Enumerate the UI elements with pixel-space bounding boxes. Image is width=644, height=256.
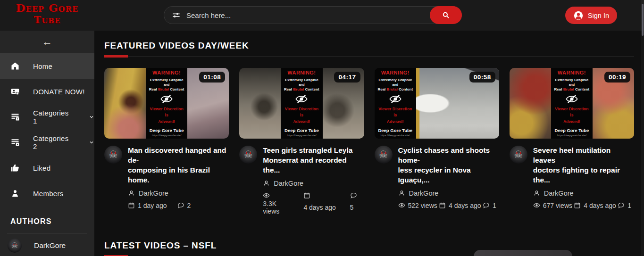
skull-avatar[interactable]: ☠ — [239, 146, 257, 164]
scrollbar-thumb[interactable] — [642, 4, 644, 36]
site-logo[interactable]: Deep Gore Tube — [0, 2, 94, 25]
thumbnail-scene-left — [510, 68, 551, 139]
thumbnail-scene-left — [104, 68, 146, 139]
logo-line2: Tube — [0, 14, 94, 25]
sidebar-item-categories-2[interactable]: Categories 2 — [0, 130, 94, 155]
sidebar-item-liked[interactable]: Liked — [0, 155, 94, 181]
warning-overlay: WARNING! Extremely Graphic and Real Brut… — [551, 68, 593, 139]
video-title[interactable]: Man discovered hanged and de- composing … — [128, 146, 229, 185]
calendar-icon — [439, 202, 446, 209]
video-meta: 522 views 4 days ago — [398, 202, 499, 209]
main-content: FEATURED VIDEOS DAY/WEEK WARNING! Extrem… — [94, 31, 641, 256]
comment-icon — [177, 202, 184, 209]
author-icon — [398, 190, 405, 197]
video-date: 4 days ago — [303, 192, 336, 215]
video-thumbnail[interactable]: WARNING! Extremely Graphic and Real Brut… — [375, 68, 499, 139]
author-icon — [533, 190, 540, 197]
collapse-sidebar-button[interactable]: ← — [0, 31, 94, 53]
eye-slash-icon — [565, 94, 578, 104]
featured-section-title: FEATURED VIDEOS DAY/WEEK — [104, 41, 634, 51]
warning-overlay: WARNING! Extremely Graphic and Real Brut… — [146, 68, 188, 139]
sidebar-author-darkgore[interactable]: ☠ DarkGore — [0, 239, 94, 253]
filter-icon[interactable] — [172, 11, 181, 20]
video-comments: 1 — [618, 202, 631, 209]
video-title[interactable]: Cyclist chases and shoots home- less rec… — [398, 146, 499, 185]
thumbs-up-icon — [10, 163, 20, 173]
skull-avatar[interactable]: ☠ — [104, 146, 122, 164]
video-thumbnail[interactable]: WARNING! Extremely Graphic and Real Brut… — [510, 68, 634, 139]
video-title[interactable]: Severe heel mutilation leaves doctors fi… — [533, 146, 634, 185]
calendar-icon — [303, 192, 310, 199]
search-input[interactable] — [186, 11, 430, 19]
latest-section-title: LATEST VIDEOS – NSFL — [104, 240, 634, 251]
video-card: WARNING! Extremely Graphic and Real Brut… — [239, 68, 364, 215]
sidebar-item-members[interactable]: Members — [0, 181, 94, 206]
eye-slash-icon — [295, 94, 308, 104]
search-bar — [164, 6, 462, 24]
eye-icon — [398, 202, 405, 209]
author-icon — [128, 190, 135, 197]
sidebar-item-donate[interactable]: DONATE NOW! — [0, 79, 94, 104]
video-meta: 1 day ago 2 — [128, 202, 229, 209]
duration-badge: 00:58 — [469, 72, 495, 83]
video-meta: 3.3K views 4 days ago — [263, 192, 364, 215]
sidebar-item-label: Members — [33, 190, 64, 198]
section-underline — [104, 55, 634, 58]
video-date: 4 days ago — [439, 202, 481, 209]
video-info: ☠ Man discovered hanged and de- composin… — [104, 139, 229, 209]
eye-slash-icon — [389, 94, 402, 104]
author-name: DarkGore — [34, 241, 66, 250]
video-info: ☠ Severe heel mutilation leaves doctors … — [510, 139, 634, 209]
duration-badge: 04:17 — [334, 72, 360, 83]
sign-in-button[interactable]: Sign In — [565, 7, 617, 24]
thumbnail-scene-left — [239, 68, 281, 139]
video-author[interactable]: DarkGore — [128, 190, 229, 197]
partial-thumbnail[interactable] — [474, 250, 572, 256]
skull-avatar: ☠ — [8, 239, 22, 253]
duration-badge: 00:19 — [604, 72, 630, 83]
video-comments: 5 — [350, 192, 361, 215]
featured-videos-row: WARNING! Extremely Graphic and Real Brut… — [104, 68, 634, 215]
sidebar-item-label: Liked — [33, 164, 50, 172]
search-button[interactable] — [430, 6, 462, 24]
comment-icon — [618, 202, 625, 209]
comment-icon — [483, 202, 490, 209]
eye-slash-icon — [160, 94, 173, 104]
sidebar-item-label: Categories 2 — [33, 134, 74, 150]
video-date: 4 days ago — [574, 202, 616, 209]
video-meta: 677 views 4 days ago — [533, 202, 634, 209]
sign-in-label: Sign In — [588, 12, 609, 19]
video-title[interactable]: Teen girls strangled Leyla Monserrat and… — [263, 146, 364, 175]
home-icon — [10, 61, 20, 71]
video-info: ☠ Cyclist chases and shoots home- less r… — [375, 139, 499, 209]
video-thumbnail[interactable]: WARNING! Extremely Graphic and Real Brut… — [104, 68, 229, 139]
eye-icon — [263, 192, 270, 199]
search-icon — [442, 11, 450, 19]
video-comments: 2 — [177, 202, 191, 209]
sidebar-item-categories-1[interactable]: Categories 1 — [0, 104, 94, 130]
authors-heading: AUTHORS — [10, 217, 94, 226]
skull-avatar[interactable]: ☠ — [375, 146, 393, 164]
page: Deep Gore Tube — [0, 0, 644, 256]
video-views: 522 views — [398, 202, 437, 209]
chevron-down-icon — [89, 114, 94, 120]
categories-icon — [10, 112, 20, 122]
back-arrow-icon: ← — [42, 36, 52, 48]
warning-overlay: WARNING! Extremely Graphic and Real Brut… — [375, 68, 417, 139]
divider — [7, 233, 87, 233]
header: Deep Gore Tube — [0, 0, 644, 31]
video-author[interactable]: DarkGore — [398, 190, 499, 197]
video-author[interactable]: DarkGore — [533, 190, 634, 197]
sidebar-item-label: Home — [33, 62, 52, 70]
sidebar-item-home[interactable]: Home — [0, 53, 94, 79]
video-author[interactable]: DarkGore — [263, 180, 364, 187]
video-thumbnail[interactable]: WARNING! Extremely Graphic and Real Brut… — [239, 68, 364, 139]
skull-avatar[interactable]: ☠ — [510, 146, 527, 164]
categories-icon — [10, 138, 20, 147]
video-views: 677 views — [533, 202, 572, 209]
calendar-icon — [574, 202, 581, 209]
warning-overlay: WARNING! Extremely Graphic and Real Brut… — [281, 68, 323, 139]
video-card: WARNING! Extremely Graphic and Real Brut… — [375, 68, 499, 215]
scrollbar-track[interactable] — [641, 0, 644, 256]
logo-line1: Deep Gore — [0, 2, 94, 14]
